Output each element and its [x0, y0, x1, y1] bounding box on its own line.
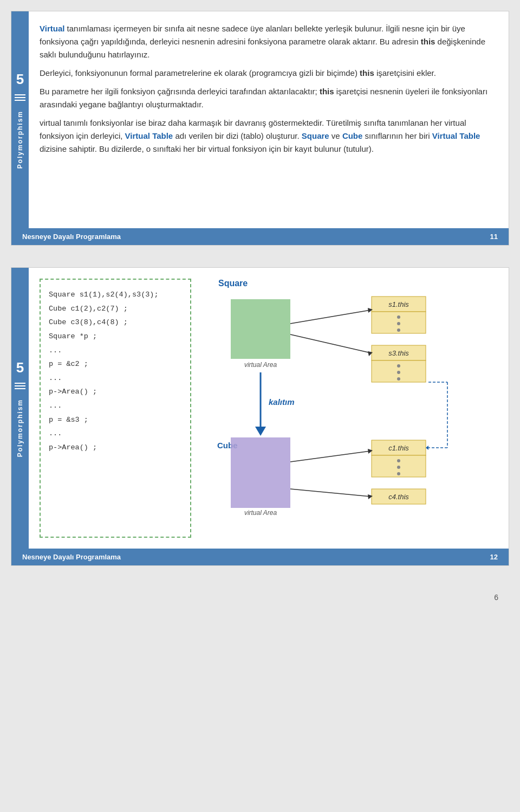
slide1-para4: virtual tanımlı fonksiyonlar ise biraz d…: [40, 117, 495, 156]
code-line-6: p = &c2 ;: [49, 357, 182, 371]
slide-2: 5 Polymorphism Square s1(1),s2(4),s3(3);…: [11, 267, 509, 566]
c4this-text: c4.this: [388, 493, 409, 501]
slide-1: 5 Polymorphism Virtual tanımlaması içerm…: [11, 11, 509, 246]
c1this-dot1: [397, 459, 400, 462]
diagram-square-title: Square: [218, 279, 498, 288]
square-block: [231, 299, 290, 359]
dashed-arrowhead: [426, 446, 428, 450]
slide1-footer: Nesneye Dayalı Programlama 11: [11, 228, 509, 245]
s3this-dot2: [397, 371, 400, 374]
slide1-para3-text: Bu parametre her ilgili fonksiyon çağrıs…: [40, 87, 487, 109]
slide1-number: 5: [16, 71, 24, 88]
slide2-footer-left: Nesneye Dayalı Programlama: [22, 553, 121, 561]
slide2-footer: Nesneye Dayalı Programlama 12: [11, 549, 509, 565]
slide1-para1: Virtual tanımlaması içermeyen bir sınıfa…: [40, 22, 495, 61]
virtual-table-keyword-1: Virtual Table: [125, 131, 173, 140]
code-line-12: p->Area() ;: [49, 441, 182, 455]
code-line-10: p = &s3 ;: [49, 413, 182, 427]
code-line-11: ...: [49, 427, 182, 441]
code-panel: Square s1(1),s2(4),s3(3); Cube c1(2),c2(…: [40, 279, 191, 538]
slide1-content: Virtual tanımlaması içermeyen bir sınıfa…: [29, 11, 509, 228]
slide1-footer-right: 11: [490, 233, 498, 241]
slide1-sidebar: 5 Polymorphism: [11, 11, 29, 228]
virtual-keyword-1: Virtual: [40, 24, 64, 33]
this-keyword-2: this: [360, 68, 374, 78]
slide1-para2-text: Derleyici, fonksiyonunun formal parametr…: [40, 68, 436, 78]
code-line-8: p->Area() ;: [49, 385, 182, 399]
arrow-sq-s1: [290, 310, 370, 324]
slide1-para2: Derleyici, fonksiyonunun formal parametr…: [40, 67, 495, 80]
square-keyword: Square: [302, 131, 329, 140]
code-line-5: ...: [49, 344, 182, 358]
arrow-cube-c4: [290, 489, 370, 497]
code-line-7: ...: [49, 371, 182, 385]
slide1-sidebar-label: Polymorphism: [16, 111, 24, 169]
s1this-text: s1.this: [388, 300, 409, 308]
s3this-dot1: [397, 364, 400, 368]
c1this-dot3: [397, 472, 400, 475]
slide2-sidebar-label: Polymorphism: [16, 399, 24, 457]
arrow-cube-c1: [290, 451, 370, 462]
slide2-footer-right: 12: [490, 553, 498, 561]
slide2-number: 5: [16, 359, 24, 376]
code-line-1: Square s1(1),s2(4),s3(3);: [49, 288, 182, 302]
arrow-sq-s3: [290, 334, 370, 353]
slide1-para4-text: virtual tanımlı fonksiyonlar ise biraz d…: [40, 118, 480, 153]
c1this-text: c1.this: [388, 444, 409, 452]
slide1-para3: Bu parametre her ilgili fonksiyon çağrıs…: [40, 85, 495, 111]
s1this-dot2: [397, 322, 400, 325]
c1this-dot2: [397, 466, 400, 469]
cube-virtual-label: virtual Area: [244, 509, 277, 517]
s3this-dot3: [397, 377, 400, 381]
s1this-dot3: [397, 328, 400, 332]
kalitim-arrowhead: [255, 427, 266, 436]
slide2-sidebar: 5 Polymorphism: [11, 268, 29, 549]
square-virtual-label: virtual Area: [244, 361, 277, 369]
code-line-9: ...: [49, 399, 182, 413]
s3this-text: s3.this: [388, 349, 409, 357]
diagram-area: virtual Area kalıtım Cube virtual Area: [202, 294, 498, 538]
virtual-table-keyword-2: Virtual Table: [432, 131, 480, 140]
code-line-3: Cube c3(8),c4(8) ;: [49, 315, 182, 330]
s1this-dot1: [397, 315, 400, 319]
slide1-footer-left: Nesneye Dayalı Programlama: [22, 233, 121, 241]
page-number: 6: [11, 588, 509, 607]
slide1-para1-text: tanımlaması içermeyen bir sınıfa ait nes…: [40, 24, 485, 59]
kalitim-text: kalıtım: [269, 397, 295, 407]
this-keyword-1: this: [421, 37, 435, 46]
diagram-svg: virtual Area kalıtım Cube virtual Area: [202, 294, 498, 538]
cube-keyword: Cube: [342, 131, 363, 140]
diagram-panel: Square virtual Area kalıtım: [197, 268, 509, 549]
this-keyword-3: this: [320, 87, 334, 96]
code-line-4: Square *p ;: [49, 330, 182, 344]
code-line-2: Cube c1(2),c2(7) ;: [49, 302, 182, 316]
cube-block: [231, 437, 290, 508]
